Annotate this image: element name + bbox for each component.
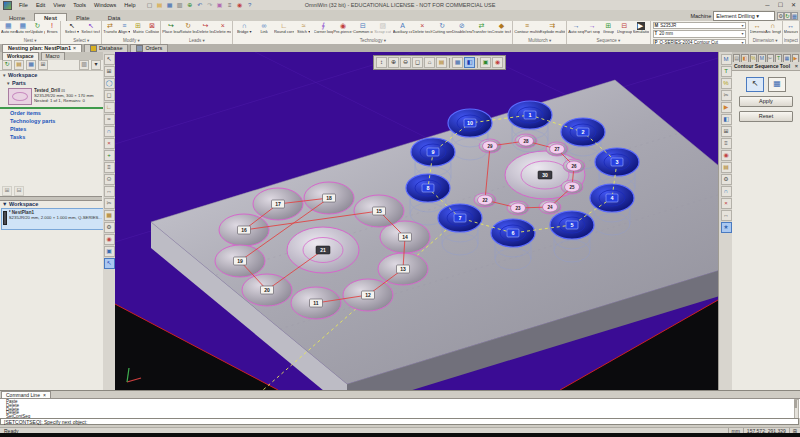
minimize-button[interactable]: ─ [761, 1, 774, 10]
right-panel-tab-5-icon[interactable]: T [775, 54, 782, 62]
ribbon-matrix[interactable]: ⊞Matrix [131, 21, 145, 38]
machine-update-icon[interactable]: ↻ [784, 12, 791, 20]
sequence-badge-4[interactable]: 4 [606, 194, 618, 202]
sequence-badge-25[interactable]: 25 [565, 182, 580, 192]
machine-info-icon[interactable]: ▦ [791, 12, 798, 20]
menu-help[interactable]: Help [120, 2, 139, 8]
left-tool-6-icon[interactable]: ∩ [104, 126, 115, 137]
scene-canvas[interactable]: 1112131415161718192021222324252627282930… [115, 52, 718, 390]
left-tool-1-icon[interactable]: ⊞ [104, 66, 115, 77]
redo-icon[interactable]: ↷ [206, 1, 214, 9]
ribbon-select-technology[interactable]: ↖Select technology ▾ [81, 21, 100, 38]
ribbon-select[interactable]: ↖Select ▾ [62, 21, 81, 38]
ribbon-pre-pierce[interactable]: ◉Pre-pierce ▾ [333, 21, 353, 38]
ribbon-simulation[interactable]: ▶Simulation [633, 21, 649, 38]
doc-tab-orders[interactable]: Orders [130, 44, 168, 52]
machine-select[interactable]: Element Drilling ▾ [713, 11, 775, 21]
right-panel-tab-6-icon[interactable]: ▦ [783, 54, 790, 62]
close-icon[interactable]: × [73, 45, 76, 52]
list-view-icon[interactable]: ⊟ [14, 186, 24, 196]
right-panel-tab-2-icon[interactable]: % [750, 54, 757, 62]
left-tool-7-icon[interactable]: × [104, 138, 115, 149]
menu-windows[interactable]: Windows [90, 2, 120, 8]
ribbon-dimension[interactable]: ↔Dimension ▾ [750, 21, 766, 38]
apply-button[interactable]: Apply [739, 96, 793, 107]
sequence-badge-16[interactable]: 16 [238, 226, 251, 234]
sequence-badge-12[interactable]: 12 [362, 291, 375, 299]
grid-view-icon[interactable]: ⊞ [2, 186, 12, 196]
ribbon-create-technology-part[interactable]: ◆Create technology part [492, 21, 512, 38]
help-icon[interactable]: ? [246, 1, 254, 9]
maximize-button[interactable]: ☐ [774, 1, 787, 10]
sequence-badge-21[interactable]: 21 [316, 246, 330, 254]
ribbon-auxiliary-code[interactable]: AAuxiliary code ▾ [393, 21, 413, 38]
ribbon-align[interactable]: ≡Align ▾ [117, 21, 131, 38]
right-panel-tab-1-icon[interactable]: ◧ [741, 54, 748, 62]
view-tool-2-icon[interactable]: ⊖ [400, 57, 411, 68]
print-icon[interactable]: ▥ [176, 1, 184, 9]
ribbon-auto-renest[interactable]: ▦Auto renest [16, 21, 31, 38]
sequence-badge-2[interactable]: 2 [577, 128, 589, 136]
ribbon-rotate-leads[interactable]: ↻Rotate leads [180, 21, 197, 38]
command-line-tab[interactable]: Command Line× [1, 391, 51, 398]
right-tool-13-icon[interactable]: ↔ [721, 210, 732, 221]
undo-icon[interactable]: ↶ [196, 1, 204, 9]
right-tool-12-icon[interactable]: × [721, 198, 732, 209]
sidebar-item-tasks[interactable]: Tasks [0, 133, 103, 141]
sequence-badge-19[interactable]: 19 [234, 257, 247, 265]
panel-tab-macro[interactable]: Macro [41, 52, 65, 60]
tree-node-workspace-2[interactable]: ▼ Workspace [0, 200, 106, 208]
menu-tools[interactable]: Tools [69, 2, 90, 8]
sequence-badge-13[interactable]: 13 [397, 265, 410, 273]
left-tool-13-icon[interactable]: ▦ [104, 210, 115, 221]
view-tool-0-icon[interactable]: ↕ [376, 57, 387, 68]
ribbon-bridge[interactable]: ∩Bridge ▾ [234, 21, 254, 38]
right-tool-8-icon[interactable]: ◉ [721, 150, 732, 161]
sequence-badge-15[interactable]: 15 [373, 207, 386, 215]
ribbon-disable-enable-objects[interactable]: ⊘Disable/enable objects [452, 21, 472, 38]
new-icon[interactable]: ▢ [146, 1, 154, 9]
tree-node-workspace[interactable]: ▼ Workspace [0, 71, 103, 79]
sequence-badge-14[interactable]: 14 [399, 233, 412, 241]
right-panel-tab-7-icon[interactable]: ▶ [792, 54, 799, 62]
right-tool-1-icon[interactable]: T [721, 66, 732, 77]
view-tool-8-icon[interactable]: ◧ [464, 57, 475, 68]
record-icon[interactable]: ◉ [236, 1, 244, 9]
sequence-badge-23[interactable]: 23 [511, 203, 526, 213]
right-tool-10-icon[interactable]: ⚙ [721, 174, 732, 185]
ribbon-link[interactable]: ∞Link [254, 21, 274, 38]
sequence-badge-22[interactable]: 22 [478, 195, 493, 205]
reset-button[interactable]: Reset [739, 111, 793, 122]
sequence-badge-28[interactable]: 28 [519, 136, 534, 146]
right-tool-14-icon[interactable]: ★ [721, 222, 732, 233]
sidebar-item-order-items[interactable]: Order items [0, 109, 103, 117]
sequence-badge-20[interactable]: 20 [261, 286, 274, 294]
sequence-badge-29[interactable]: 29 [483, 141, 498, 151]
close-icon[interactable]: × [795, 63, 798, 69]
list-icon[interactable]: ≡ [226, 1, 234, 9]
ribbon-auto-sequence[interactable]: →Auto sequence ▾ [568, 21, 584, 38]
ribbon-explode-multitorch[interactable]: ⇉Explode multitorch [540, 21, 565, 38]
refresh-icon[interactable]: ↻ [2, 60, 12, 70]
right-tool-2-icon[interactable]: % [721, 78, 732, 89]
left-tool-11-icon[interactable]: ↔ [104, 186, 115, 197]
right-panel-tab-4-icon[interactable]: ✂ [767, 54, 774, 62]
sequence-badge-1[interactable]: 1 [524, 111, 536, 119]
left-tool-10-icon[interactable]: ⊙ [104, 174, 115, 185]
ribbon-transfer-technology[interactable]: ⇄Transfer technology ▾ [472, 21, 492, 38]
sequence-table-button[interactable]: ▦ [768, 77, 786, 92]
right-tool-0-icon[interactable]: M [721, 54, 732, 65]
right-tool-6-icon[interactable]: ⊞ [721, 126, 732, 137]
sequence-badge-6[interactable]: 6 [507, 229, 519, 237]
add-icon[interactable]: ⊕ [186, 1, 194, 9]
ribbon-place-leads[interactable]: ↪Place leads [162, 21, 179, 38]
save-icon[interactable]: ▦ [166, 1, 174, 9]
ribbon-arc-length[interactable]: ∩Arc length [765, 21, 781, 38]
view-tool-7-icon[interactable]: ▦ [452, 57, 463, 68]
right-panel-tab-0-icon[interactable]: ▤ [733, 54, 740, 62]
sequence-badge-24[interactable]: 24 [543, 202, 558, 212]
parameter-m[interactable]: MS235JR▾ [653, 22, 746, 30]
ribbon-part-sequence[interactable]: →Part sequence ▾ [584, 21, 600, 38]
ribbon-delete-leads[interactable]: ↪Delete leads [197, 21, 214, 38]
menu-file[interactable]: File [15, 2, 32, 8]
